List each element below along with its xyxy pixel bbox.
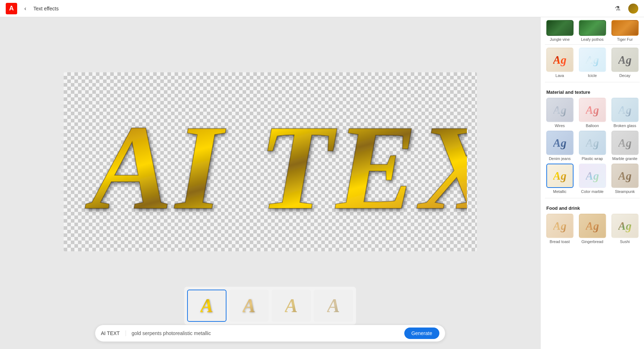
prompt-input[interactable] xyxy=(126,330,404,336)
page-title: Text effects xyxy=(33,6,59,11)
top-effects-row: Jungle vine Leafy pothos Tiger Fur xyxy=(541,20,644,43)
section-title-food: Food and drink xyxy=(541,201,644,214)
divider-1 xyxy=(545,44,640,45)
logo-text: A xyxy=(9,5,14,12)
effect-jungle-vine[interactable]: Jungle vine xyxy=(545,20,575,42)
thumbnails-bar: A A A A xyxy=(184,287,356,325)
thumbnail-2[interactable]: A xyxy=(229,290,269,322)
effects-group-misc: Ag Lava Ag Icicle Ag Decay xyxy=(541,48,644,81)
effect-icicle[interactable]: Ag Icicle xyxy=(577,48,607,78)
effect-plastic-wrap[interactable]: Ag Plastic wrap xyxy=(577,131,607,161)
effect-balloon[interactable]: Ag Balloon xyxy=(577,98,607,128)
canvas[interactable]: AI TEXT AI TEXT xyxy=(64,72,477,251)
flask-icon[interactable]: ⚗ xyxy=(613,4,623,14)
effect-gingerbread[interactable]: Ag Gingerbread xyxy=(577,214,607,244)
header-right: ⚗ xyxy=(613,4,638,14)
adobe-logo[interactable]: A xyxy=(6,3,17,14)
effect-color-marble[interactable]: Ag Color marble xyxy=(577,164,607,194)
canvas-viewport: AI TEXT AI TEXT xyxy=(0,17,540,306)
effect-denim-jeans[interactable]: Ag Denim jeans xyxy=(545,131,575,161)
effect-leafy-pothos[interactable]: Leafy pothos xyxy=(577,20,607,42)
generate-button[interactable]: Generate xyxy=(404,328,439,339)
effect-metallic[interactable]: Ag Metallic xyxy=(545,164,575,194)
effect-tiger-fur[interactable]: Tiger Fur xyxy=(610,20,640,42)
section-title-material: Material and texture xyxy=(541,85,644,98)
thumbnail-1[interactable]: A xyxy=(187,290,226,322)
effects-group-material: Ag Wires Ag Balloon Ag Broken glass Ag xyxy=(541,98,644,197)
effect-sushi[interactable]: Ag Sushi xyxy=(610,214,640,244)
svg-text:AI TEXT: AI TEXT xyxy=(84,100,467,235)
effect-marble-granite[interactable]: Ag Marble granite xyxy=(610,131,640,161)
prompt-subject: AI TEXT xyxy=(101,330,126,336)
thumbnail-4[interactable]: A xyxy=(314,290,353,322)
main-area: AI TEXT AI TEXT A A A A AI TEXT xyxy=(0,17,644,349)
avatar[interactable] xyxy=(628,4,638,14)
thumbnail-3[interactable]: A xyxy=(272,290,311,322)
right-panel: Jungle vine Leafy pothos Tiger Fur Ag La… xyxy=(540,17,644,349)
header: A ‹ Text effects ⚗ xyxy=(0,0,644,17)
canvas-area: AI TEXT AI TEXT A A A A AI TEXT xyxy=(0,17,540,349)
back-button[interactable]: ‹ xyxy=(21,4,29,13)
effects-group-food: Ag Bread toast Ag Gingerbread Ag Sushi xyxy=(541,214,644,247)
divider-3 xyxy=(545,198,640,198)
prompt-bar: AI TEXT Generate xyxy=(95,325,445,342)
divider-2 xyxy=(545,82,640,82)
effect-decay[interactable]: Ag Decay xyxy=(610,48,640,78)
effect-lava[interactable]: Ag Lava xyxy=(545,48,575,78)
effect-wires[interactable]: Ag Wires xyxy=(545,98,575,128)
effect-steampunk[interactable]: Ag Steampunk xyxy=(610,164,640,194)
text-canvas-svg: AI TEXT AI TEXT xyxy=(73,79,467,244)
effect-bread-toast[interactable]: Ag Bread toast xyxy=(545,214,575,244)
effect-broken-glass[interactable]: Ag Broken glass xyxy=(610,98,640,128)
